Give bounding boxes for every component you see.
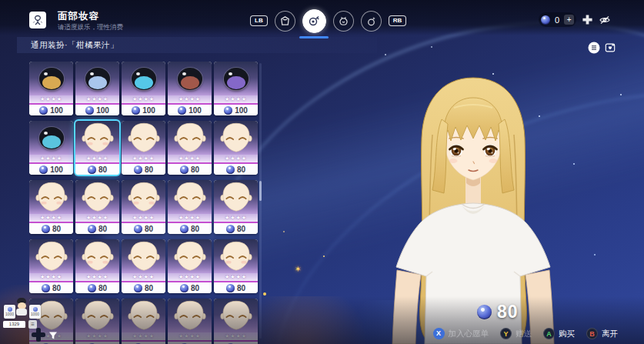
star-rating: ★★★★ — [29, 95, 73, 103]
hint-b-button[interactable]: B离开 — [586, 328, 618, 339]
item-card[interactable]: ★★★★100 — [168, 62, 212, 115]
item-price: 100 — [235, 106, 248, 115]
item-card[interactable]: ★★★★80 — [75, 121, 119, 175]
item-price: 100 — [50, 106, 63, 115]
item-price-row: 100 — [75, 105, 119, 115]
coin-icon — [88, 165, 96, 174]
item-art — [168, 180, 212, 214]
star-rating: ★★★★ — [75, 155, 119, 162]
item-card[interactable]: ★★★★100 — [29, 62, 73, 115]
star-rating: ★★★★ — [122, 214, 165, 222]
filter-icon[interactable] — [48, 329, 58, 343]
star-rating: ★★★★ — [75, 273, 119, 281]
item-art — [75, 239, 119, 273]
details-icon[interactable] — [588, 42, 600, 57]
gamepad-x-icon: X — [433, 328, 445, 339]
gamepad-b-icon: B — [586, 328, 598, 339]
eye-makeup-thumb — [132, 68, 156, 90]
item-card[interactable]: ★★★★80 — [122, 239, 165, 293]
item-price-row: 80 — [168, 282, 212, 293]
price-value: 80 — [497, 302, 519, 322]
overlay-mascot — [15, 298, 28, 316]
item-card[interactable]: ★★★★80 — [75, 180, 119, 234]
item-art — [75, 62, 119, 95]
item-card[interactable]: ★★★★80 — [168, 121, 212, 175]
star-rating: ★★★★ — [122, 155, 165, 162]
coin-icon — [88, 284, 96, 292]
item-price: 80 — [237, 165, 245, 174]
item-card[interactable]: ★★★★80 — [29, 239, 73, 293]
star-rating: ★★★★ — [122, 273, 165, 281]
top-bar: 面部妆容 请适度娱乐，理性消费 LB RB 0 — [0, 0, 644, 35]
item-card[interactable]: ★★★★80 — [29, 180, 73, 234]
face-makeup-thumb — [35, 180, 68, 214]
item-card[interactable]: ★★★★80 — [214, 299, 258, 344]
item-card[interactable]: ★★★★80 — [168, 180, 212, 234]
face-makeup-thumb — [127, 180, 161, 214]
item-card[interactable]: ★★★★80 — [168, 239, 212, 293]
hide-ui-icon[interactable] — [599, 14, 611, 29]
item-price-row: 100 — [122, 105, 165, 115]
item-card[interactable]: ★★★★80 — [168, 299, 212, 344]
face-makeup-thumb — [35, 239, 68, 273]
item-card[interactable]: ★★★★80 — [122, 299, 165, 344]
star-rating: ★★★★ — [75, 332, 119, 340]
dpad-icon[interactable] — [582, 14, 593, 28]
star-rating: ★★★★ — [168, 214, 212, 222]
item-card[interactable]: ★★★★80 — [214, 239, 258, 293]
coin-icon — [178, 106, 186, 115]
eye-makeup-thumb — [39, 127, 64, 149]
tab-group: LB RB — [250, 8, 406, 33]
character-preview[interactable] — [346, 73, 577, 344]
rb-bumper[interactable]: RB — [389, 15, 407, 26]
face-makeup-thumb — [219, 121, 253, 155]
item-price-row: 80 — [122, 223, 165, 234]
tab-pouch[interactable] — [333, 11, 354, 32]
item-card[interactable]: ★★★★80 — [75, 299, 119, 344]
item-art — [214, 299, 258, 332]
item-card[interactable]: ★★★★100 — [29, 121, 73, 175]
item-card[interactable]: ★★★★80 — [75, 239, 119, 293]
page-subtitle: 请适度娱乐，理性消费 — [58, 23, 123, 32]
tab-makeup[interactable] — [302, 9, 326, 33]
face-makeup-thumb — [219, 239, 253, 273]
tab-outfit[interactable] — [275, 11, 295, 32]
favorites-icon[interactable] — [605, 42, 616, 56]
scrollbar-thumb[interactable] — [259, 181, 262, 201]
scrollbar[interactable] — [259, 63, 262, 339]
hint-a-button[interactable]: A购买 — [543, 328, 575, 339]
item-card[interactable]: ★★★★100 — [214, 62, 258, 115]
item-card[interactable]: ★★★★80 — [122, 121, 165, 175]
face-makeup-thumb — [81, 180, 115, 214]
face-makeup-thumb — [127, 299, 161, 332]
item-card[interactable]: ★★★★80 — [214, 121, 258, 175]
add-currency-button[interactable] — [564, 15, 574, 25]
item-price: 100 — [142, 106, 155, 115]
hint-label: 购买 — [559, 329, 575, 339]
item-card[interactable]: ★★★★100 — [75, 62, 119, 115]
star-rating: ★★★★ — [122, 95, 165, 103]
hint-x-button[interactable]: X加入心愿单 — [433, 328, 489, 339]
star-rating: ★★★★ — [29, 273, 73, 281]
lb-bumper[interactable]: LB — [250, 15, 268, 26]
dpad-filter-icon[interactable] — [32, 328, 45, 342]
item-card[interactable]: ★★★★80 — [122, 180, 165, 234]
item-price: 80 — [145, 225, 153, 233]
eye-makeup-thumb — [178, 68, 202, 90]
item-price-row: 100 — [29, 105, 73, 115]
item-card[interactable]: ★★★★100 — [122, 62, 165, 115]
makeup-category-icon — [29, 12, 46, 28]
tab-dye[interactable] — [361, 11, 382, 32]
star-rating: ★★★★ — [75, 214, 119, 222]
item-art — [168, 239, 212, 273]
eye-makeup-thumb — [224, 68, 249, 90]
coin-icon — [134, 165, 142, 174]
star-rating: ★★★★ — [29, 155, 73, 162]
sparkle-star-icon: ✶ — [295, 265, 301, 273]
overlay-tile-value: 1000 — [31, 312, 39, 316]
hint-y-button[interactable]: Y赠送 — [500, 328, 532, 339]
section-title: 通用装扮·「柑橘果汁」 — [31, 40, 118, 51]
item-art — [168, 121, 212, 155]
star-rating: ★★★★ — [214, 95, 258, 103]
item-card[interactable]: ★★★★80 — [214, 180, 258, 234]
